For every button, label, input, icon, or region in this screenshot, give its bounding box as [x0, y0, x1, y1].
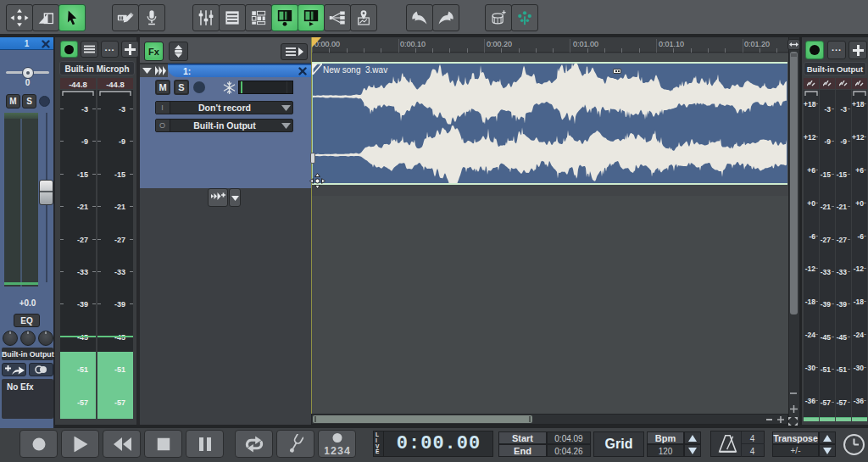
svg-text:1234: 1234 [325, 445, 350, 455]
